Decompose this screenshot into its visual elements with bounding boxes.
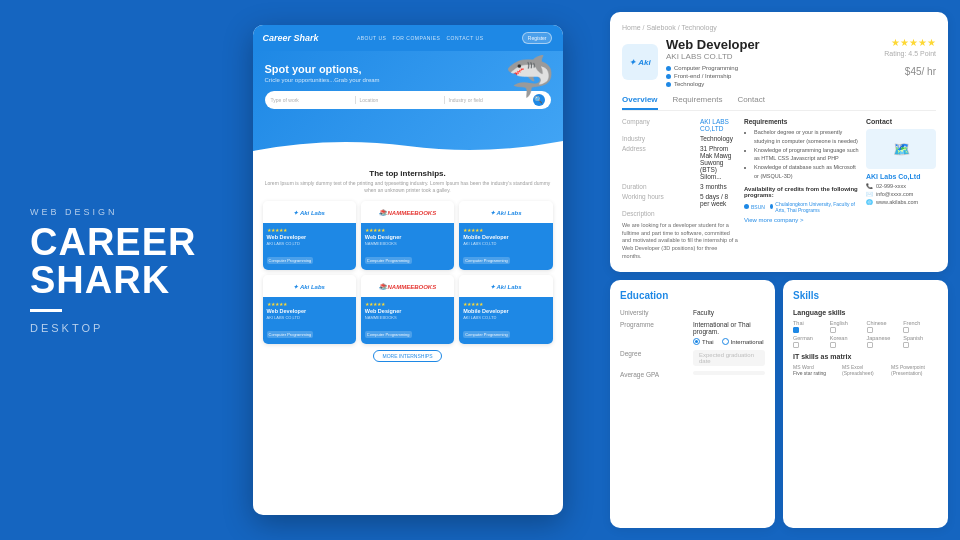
nav-companies[interactable]: FOR COMPANIES [392, 35, 440, 41]
gpa-field[interactable] [693, 371, 765, 375]
edu-university-row: University Faculty [620, 309, 765, 316]
nav-about[interactable]: ABOUT US [357, 35, 386, 41]
contact-title: Contact [866, 118, 936, 125]
lang-chinese-checkbox[interactable] [867, 327, 902, 333]
lang-french-checkbox[interactable] [903, 327, 938, 333]
lang-korean-checkbox[interactable] [830, 342, 865, 348]
credits-section: Availability of credits from the followi… [744, 186, 860, 213]
tag-dot [666, 74, 671, 79]
description-label: Description [622, 210, 692, 217]
skills-title: Skills [793, 290, 938, 301]
job-tags: Computer Programming Front-end / Interns… [666, 65, 760, 87]
radio-circle [722, 338, 729, 345]
duration-label: Duration [622, 183, 692, 190]
bottom-cards: Education University Faculty Programme I… [610, 280, 948, 528]
internships-section: The top internships. Lorem Ipsum is simp… [253, 161, 563, 368]
map-placeholder: 🗺️ [866, 129, 936, 169]
lang-thai-col: Thai [793, 320, 828, 333]
tab-contact[interactable]: Contact [737, 95, 765, 110]
location-field[interactable]: Location [360, 97, 440, 103]
language-skills-section: Language skills Thai English Chinese [793, 309, 938, 348]
programme-radio-group: Thai International [693, 338, 765, 345]
edu-gpa-row: Average GPA [620, 371, 765, 378]
lang-french-header: French [903, 320, 938, 326]
lang-english-checkbox[interactable] [830, 327, 865, 333]
university-value: Faculty [693, 309, 765, 316]
more-internships-button[interactable]: MORE INTERNSHIPS [373, 350, 441, 362]
mockup-nav: Career Shark ABOUT US FOR COMPANIES CONT… [253, 25, 563, 51]
education-title: Education [620, 290, 765, 301]
website-mockup: Career Shark ABOUT US FOR COMPANIES CONT… [253, 25, 563, 515]
req-header: Requirements [744, 118, 860, 125]
lang-german-checkbox[interactable] [793, 342, 828, 348]
tag-item: Front-end / Internship [666, 73, 760, 79]
it-skills-grid: MS Word Five star rating MS Excel (Sprea… [793, 364, 938, 376]
checkbox [793, 342, 799, 348]
lang-korean-header: Korean [830, 335, 865, 341]
education-card: Education University Faculty Programme I… [610, 280, 775, 528]
checkbox [867, 327, 873, 333]
tab-overview[interactable]: Overview [622, 95, 658, 110]
job-rating-text: Rating: 4.5 Point [884, 50, 936, 57]
edu-programme-row: Programme International or Thai program.… [620, 321, 765, 345]
industry-value: Technology [700, 135, 738, 142]
type-of-work-field[interactable]: Type of work [271, 97, 351, 103]
right-panel: Home / Salebook / Technology ✦ Aki Web D… [605, 0, 960, 540]
credit-items: BSUN Chulalongkorn University, Faculty o… [744, 201, 860, 213]
lang-japanese-checkbox[interactable] [867, 342, 902, 348]
it-word-value: Five star rating [793, 370, 840, 376]
list-item: ✦ Aki Labs ★★★★★Mobile DeveloperAKI LABS… [459, 275, 552, 344]
overview-table: Company AKI LABS CO,LTD Industry Technol… [622, 118, 738, 260]
job-detail-card: Home / Salebook / Technology ✦ Aki Web D… [610, 12, 948, 272]
lang-english-header: English [830, 320, 865, 326]
job-body: Company AKI LABS CO,LTD Industry Technol… [622, 118, 936, 260]
radio-international[interactable]: International [722, 338, 764, 345]
nav-contact[interactable]: CONTACT US [446, 35, 483, 41]
center-panel: Career Shark ABOUT US FOR COMPANIES CONT… [210, 0, 605, 540]
list-item: ✦ Aki Labs ★★★★★Web DeveloperAKI LABS CO… [263, 275, 356, 344]
credit-item: Chulalongkorn University, Faculty of Art… [770, 201, 860, 213]
web-design-label: WEB DESIGN [30, 207, 210, 217]
contact-col: Contact 🗺️ AKI Labs Co,Ltd 📞02-999-xxxx … [866, 118, 936, 260]
programme-value-block: International or Thai program. Thai Inte… [693, 321, 765, 345]
radio-thai[interactable]: Thai [693, 338, 714, 345]
it-ppt-col: MS Powerpoint (Presentation) [891, 364, 938, 376]
email-icon: ✉️ [866, 191, 873, 197]
it-word-col: MS Word Five star rating [793, 364, 840, 376]
view-more-link[interactable]: View more company > [744, 217, 860, 223]
contact-email-row: ✉️info@xxxx.com [866, 191, 936, 197]
job-title-block: Web Developer AKI LABS CO.LTD Computer P… [666, 37, 760, 87]
search-divider2 [444, 96, 445, 104]
lang-korean-col: Korean [830, 335, 865, 348]
lang-japanese-header: Japanese [867, 335, 902, 341]
wave-decoration [253, 136, 563, 161]
programme-value: International or Thai program. [693, 321, 765, 335]
company-value: AKI LABS CO,LTD [700, 118, 738, 132]
address-label: Address [622, 145, 692, 180]
divider [30, 309, 62, 312]
section-title: The top internships. [263, 169, 553, 178]
checkbox [903, 342, 909, 348]
lang-thai-header: Thai [793, 320, 828, 326]
career-title: CAREER SHARK [30, 223, 210, 299]
gpa-label: Average GPA [620, 371, 685, 378]
requirements-col: Requirements Bachelor degree or your is … [744, 118, 860, 260]
card-logo: ✦ Aki Labs [459, 275, 552, 297]
req-item: Bachelor degree or your is presently stu… [754, 128, 860, 146]
lang-thai-checkbox[interactable] [793, 327, 828, 333]
address-value: 31 Phrom Mak Mawg Suwong (BTS) Silom... [700, 145, 738, 180]
job-header: ✦ Aki Web Developer AKI LABS CO.LTD Comp… [622, 37, 936, 87]
register-button[interactable]: Register [522, 32, 553, 44]
checkbox [867, 342, 873, 348]
tab-requirements[interactable]: Requirements [673, 95, 723, 110]
search-divider [355, 96, 356, 104]
req-item: Knowledge of programming language such a… [754, 146, 860, 164]
description-value: We are looking for a developer student f… [622, 222, 738, 260]
card-logo: ✦ Aki Labs [263, 275, 356, 297]
lang-spanish-checkbox[interactable] [903, 342, 938, 348]
lang-chinese-col: Chinese [867, 320, 902, 333]
job-rating-block: ★★★★★ Rating: 4.5 Point $45/ hr [884, 37, 936, 79]
contact-company-link[interactable]: AKI Labs Co,Ltd [866, 173, 936, 180]
card-logo: 📚 NAMMEEBOOKS [361, 275, 454, 297]
graduation-date-field[interactable]: Expected graduation date [693, 350, 765, 366]
